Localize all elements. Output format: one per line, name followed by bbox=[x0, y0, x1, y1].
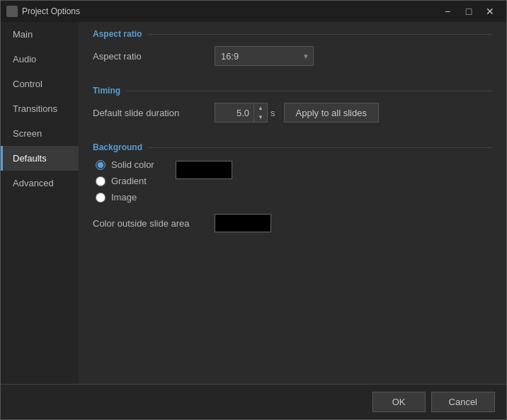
background-section: Background Solid color Gradient bbox=[93, 142, 492, 239]
main-content: Aspect ratio Aspect ratio 16:9 4:3 1:1 C… bbox=[79, 22, 506, 384]
timing-section: Timing Default slide duration ▲ ▼ s Appl… bbox=[93, 86, 492, 130]
aspect-ratio-row: Aspect ratio 16:9 4:3 1:1 Custom ▼ bbox=[93, 46, 492, 66]
timing-section-title: Timing bbox=[93, 86, 492, 96]
color-outside-row: Color outside slide area bbox=[93, 214, 492, 232]
duration-spinner: ▲ ▼ s bbox=[215, 103, 275, 123]
background-section-title: Background bbox=[93, 142, 492, 152]
aspect-ratio-section: Aspect ratio Aspect ratio 16:9 4:3 1:1 C… bbox=[93, 29, 492, 73]
sidebar-item-audio[interactable]: Audio bbox=[1, 47, 79, 72]
sidebar-item-advanced[interactable]: Advanced bbox=[1, 171, 79, 195]
spin-up-button[interactable]: ▲ bbox=[254, 103, 267, 113]
image-label[interactable]: Image bbox=[111, 192, 137, 203]
titlebar: Project Options − □ ✕ bbox=[1, 1, 506, 22]
image-radio[interactable] bbox=[96, 193, 106, 203]
minimize-button[interactable]: − bbox=[437, 1, 458, 22]
aspect-ratio-label: Aspect ratio bbox=[93, 51, 206, 62]
close-button[interactable]: ✕ bbox=[479, 1, 501, 22]
solid-color-radio[interactable] bbox=[96, 160, 106, 170]
background-color-swatch[interactable] bbox=[176, 161, 232, 179]
sidebar-item-defaults[interactable]: Defaults bbox=[1, 146, 79, 171]
color-outside-label: Color outside slide area bbox=[93, 218, 206, 229]
solid-color-label[interactable]: Solid color bbox=[111, 159, 154, 170]
gradient-row: Gradient bbox=[96, 176, 154, 186]
duration-row: Default slide duration ▲ ▼ s Apply to al… bbox=[93, 103, 492, 123]
aspect-ratio-section-title: Aspect ratio bbox=[93, 29, 492, 39]
spin-buttons: ▲ ▼ bbox=[254, 103, 268, 123]
aspect-ratio-select-wrapper: 16:9 4:3 1:1 Custom ▼ bbox=[215, 46, 314, 66]
sidebar-item-control[interactable]: Control bbox=[1, 72, 79, 96]
app-icon bbox=[6, 6, 18, 17]
sidebar-item-screen[interactable]: Screen bbox=[1, 121, 79, 146]
aspect-ratio-select[interactable]: 16:9 4:3 1:1 Custom bbox=[215, 46, 314, 66]
window-title: Project Options bbox=[22, 6, 80, 16]
sidebar: Main Audio Control Transitions Screen De… bbox=[1, 22, 79, 384]
ok-button[interactable]: OK bbox=[372, 392, 426, 412]
window-body: Main Audio Control Transitions Screen De… bbox=[1, 22, 506, 384]
maximize-button[interactable]: □ bbox=[458, 1, 479, 22]
solid-color-row: Solid color bbox=[96, 159, 154, 170]
cancel-button[interactable]: Cancel bbox=[431, 392, 495, 412]
sidebar-item-transitions[interactable]: Transitions bbox=[1, 96, 79, 121]
duration-unit: s bbox=[270, 108, 275, 118]
color-outside-swatch[interactable] bbox=[215, 214, 271, 232]
background-radio-group: Solid color Gradient Image bbox=[96, 159, 154, 203]
apply-to-all-slides-button[interactable]: Apply to all slides bbox=[284, 103, 379, 123]
sidebar-item-main[interactable]: Main bbox=[1, 22, 79, 47]
gradient-label[interactable]: Gradient bbox=[111, 176, 147, 186]
titlebar-controls: − □ ✕ bbox=[437, 1, 501, 22]
gradient-radio[interactable] bbox=[96, 176, 106, 186]
image-row: Image bbox=[96, 192, 154, 203]
titlebar-left: Project Options bbox=[6, 6, 80, 17]
window: Project Options − □ ✕ Main Audio Control… bbox=[0, 0, 507, 420]
duration-label: Default slide duration bbox=[93, 108, 206, 118]
spin-down-button[interactable]: ▼ bbox=[254, 113, 267, 122]
bottom-bar: OK Cancel bbox=[1, 384, 506, 419]
background-content: Solid color Gradient Image bbox=[93, 159, 492, 203]
duration-input[interactable] bbox=[215, 103, 254, 123]
